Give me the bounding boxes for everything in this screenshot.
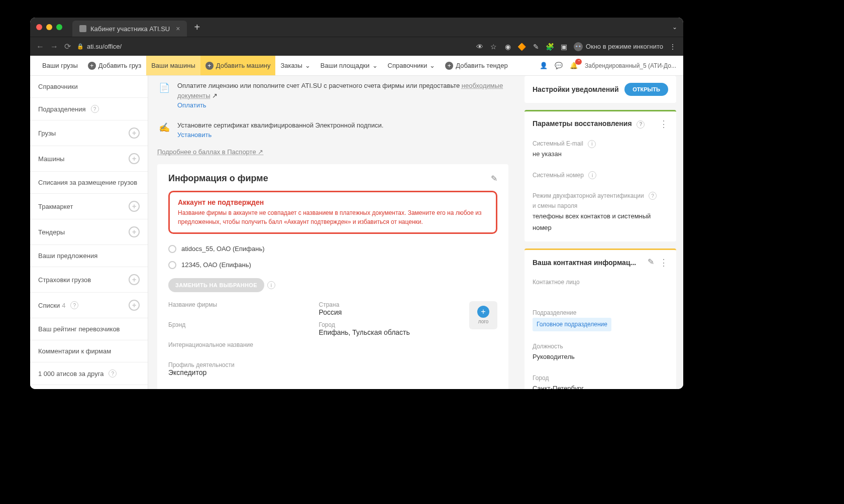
panel-icon[interactable]: ▣ xyxy=(560,42,569,51)
twofa-value: телефоны всех контактов и системный номе… xyxy=(533,211,668,233)
info-icon[interactable]: i xyxy=(267,281,275,289)
alert-text: Название фирмы в аккаунте не совпадает с… xyxy=(178,208,488,226)
sidebar-trackmarket[interactable]: Тракмаркет+ xyxy=(30,194,148,219)
value-profile: Экспедитор xyxy=(168,368,307,376)
url-bar: ← → ⟳ 🔒 ati.su/office/ 👁 ☆ ◉ 🔶 ✎ 🧩 ▣ 👓 О… xyxy=(30,37,683,56)
sidebar-vehicles[interactable]: Машины+ xyxy=(30,146,148,172)
sidebar-depts[interactable]: Подразделения? xyxy=(30,98,148,120)
recovery-card: Параметры восстановления ? ⋮ Системный E… xyxy=(524,110,676,241)
tab-close-icon[interactable]: × xyxy=(176,25,180,33)
external-icon: ↗ xyxy=(212,92,218,99)
browser-tab[interactable]: Кабинет участника ATI.SU × xyxy=(72,21,187,37)
reload-button[interactable]: ⟳ xyxy=(64,42,71,51)
sidebar-rating[interactable]: Ваш рейтинг перевозчиков xyxy=(30,318,148,340)
city-value: Санкт-Петербург xyxy=(533,383,668,389)
expand-icon[interactable]: + xyxy=(129,201,140,212)
expand-icon[interactable]: + xyxy=(129,274,140,285)
alert-title: Аккаунт не подтвержден xyxy=(178,198,488,206)
expand-icon[interactable]: + xyxy=(129,153,140,164)
task-pay-text: Оплатите лицензию или пополните счет ATI… xyxy=(177,81,508,110)
sidebar-lists[interactable]: Списки 4?+ xyxy=(30,293,148,318)
sidebar-cargo[interactable]: Грузы+ xyxy=(30,120,148,146)
task-cert: ✍️ Установите сертификат квалифицированн… xyxy=(157,115,508,145)
expand-icon[interactable]: + xyxy=(129,226,140,237)
logo-label: лого xyxy=(478,319,489,324)
ext-icon-1[interactable]: ◉ xyxy=(503,42,512,51)
info-icon[interactable]: i xyxy=(588,140,596,148)
open-notifications-button[interactable]: ОТКРЫТЬ xyxy=(624,83,668,96)
help-icon[interactable]: ? xyxy=(649,192,657,200)
nav-platforms[interactable]: Ваши площадки ⌄ xyxy=(315,56,383,75)
back-button[interactable]: ← xyxy=(36,42,44,51)
nav-add-cargo[interactable]: +Добавить груз xyxy=(83,56,146,75)
edit-icon[interactable]: ✎ xyxy=(648,257,654,268)
nav-vehicles[interactable]: Ваши машины xyxy=(146,56,200,75)
sidebar-insurance[interactable]: Страховки грузов+ xyxy=(30,267,148,293)
tab-title: Кабинет участника ATI.SU xyxy=(90,25,170,33)
forward-button[interactable]: → xyxy=(50,42,58,51)
expand-icon[interactable]: + xyxy=(129,300,140,311)
recovery-title: Параметры восстановления ? xyxy=(533,119,645,129)
info-icon[interactable]: i xyxy=(588,171,596,179)
sidebar-offers[interactable]: Ваши предложения xyxy=(30,245,148,267)
search-icon[interactable]: 👤 xyxy=(540,62,548,69)
minimize-window[interactable] xyxy=(46,24,52,30)
dept-chip[interactable]: Головное подразделение xyxy=(533,318,611,331)
firm-card: Информация о фирме ✎ Аккаунт не подтверж… xyxy=(157,164,508,390)
notifications-icon[interactable]: 🔔7 xyxy=(570,62,578,69)
tabs-dropdown-icon[interactable]: ⌄ xyxy=(672,24,677,31)
more-icon[interactable]: ⋮ xyxy=(659,118,668,130)
traffic-lights xyxy=(36,24,62,30)
nav-right: 👤 💬 🔔7 Забрендированный_5 (АТИ-До... xyxy=(540,62,676,69)
close-window[interactable] xyxy=(36,24,42,30)
more-icon[interactable]: ⋮ xyxy=(659,257,668,268)
sidebar-referral[interactable]: 1 000 атисов за друга? xyxy=(30,362,148,385)
maximize-window[interactable] xyxy=(56,24,62,30)
url-field[interactable]: 🔒 ati.su/office/ xyxy=(77,43,469,50)
plus-icon: + xyxy=(205,62,214,70)
star-icon[interactable]: ☆ xyxy=(489,42,498,51)
ext-icon-2[interactable]: 🔶 xyxy=(517,42,526,51)
passport-more-link[interactable]: Подробнее о баллах в Паспорте ↗ xyxy=(157,148,263,156)
value-city: Епифань, Тульская область xyxy=(319,328,458,336)
nav-orders[interactable]: Заказы ⌄ xyxy=(275,56,315,75)
firm-option-1[interactable]: atidocs_55, ОАО (Епифань) xyxy=(168,241,497,257)
chat-icon[interactable]: 💬 xyxy=(555,62,563,69)
new-tab-button[interactable]: + xyxy=(194,22,200,33)
chevron-down-icon: ⌄ xyxy=(305,62,310,69)
edit-icon[interactable]: ✎ xyxy=(491,174,497,183)
install-link[interactable]: Установить xyxy=(177,131,212,139)
replace-button[interactable]: ЗАМЕНИТЬ НА ВЫБРАННОЕ xyxy=(168,278,264,292)
label-brand: Брэнд xyxy=(168,321,307,328)
sidebar-tenders[interactable]: Тендеры+ xyxy=(30,219,148,245)
add-logo-button[interactable]: + лого xyxy=(469,301,497,329)
menu-icon[interactable]: ⋮ xyxy=(668,42,677,51)
incognito-indicator: 👓 Окно в режиме инкогнито xyxy=(574,42,663,51)
sidebar-comments[interactable]: Комментарии к фирмам xyxy=(30,340,148,362)
help-icon[interactable]: ? xyxy=(637,120,645,129)
chevron-down-icon: ⌄ xyxy=(430,62,435,69)
eye-icon[interactable]: 👁 xyxy=(475,42,484,51)
extension-icons: 👁 ☆ ◉ 🔶 ✎ 🧩 ▣ 👓 Окно в режиме инкогнито … xyxy=(475,42,677,51)
right-column: Настройки уведомлений ОТКРЫТЬ Параметры … xyxy=(517,76,683,389)
notif-card-title: Настройки уведомлений xyxy=(533,85,619,93)
ext-icon-3[interactable]: ✎ xyxy=(532,42,541,51)
dept-label: Подразделение xyxy=(533,308,668,318)
titlebar: Кабинет участника ATI.SU × + ⌄ xyxy=(30,18,683,37)
expand-icon[interactable]: + xyxy=(129,128,140,139)
firm-card-head: Информация о фирме ✎ xyxy=(168,173,497,184)
nav-refs[interactable]: Справочники ⌄ xyxy=(383,56,441,75)
label-profile: Профиль деятельности xyxy=(168,361,307,368)
nav-cargo[interactable]: Ваши грузы xyxy=(37,56,83,75)
user-menu[interactable]: Забрендированный_5 (АТИ-До... xyxy=(585,62,676,69)
sidebar-refs[interactable]: Справочники xyxy=(30,76,148,98)
city-label: Город xyxy=(533,373,668,383)
sidebar-writeoffs[interactable]: Списания за размещение грузов xyxy=(30,172,148,194)
pay-link[interactable]: Оплатить xyxy=(177,101,206,109)
content: Справочники Подразделения? Грузы+ Машины… xyxy=(30,76,683,389)
nav-add-vehicle[interactable]: +Добавить машину xyxy=(200,56,276,75)
firm-option-2[interactable]: 12345, ОАО (Епифань) xyxy=(168,257,497,273)
favicon xyxy=(79,25,86,32)
extensions-icon[interactable]: 🧩 xyxy=(546,42,555,51)
nav-add-tender[interactable]: +Добавить тендер xyxy=(440,56,512,75)
